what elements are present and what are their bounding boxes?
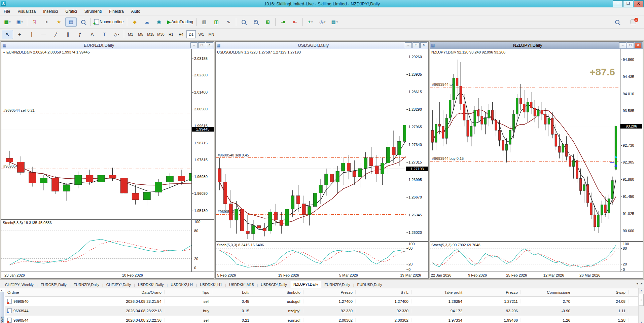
- price-chart-pane[interactable]: ▼EURNZD!,Daily 2.00264 2.00359 1.99374 1…: [1, 49, 192, 219]
- periods-button[interactable]: ◷▾: [317, 17, 328, 27]
- timeframe-d1[interactable]: D1: [186, 30, 196, 38]
- menu-item-file[interactable]: File: [0, 8, 14, 15]
- col-header-s-l[interactable]: S / L: [356, 290, 412, 294]
- col-header-tipo[interactable]: Tipo: [165, 290, 212, 294]
- chart-minimize-button[interactable]: –: [190, 42, 198, 48]
- chart-tab-eurnzd-daily[interactable]: EURNZD!,Daily: [71, 282, 102, 288]
- menu-item-visualizza[interactable]: Visualizza: [14, 8, 39, 15]
- templates-button[interactable]: ▦▾: [329, 17, 340, 27]
- price-chart-pane[interactable]: NZDJPY!,Daily 92.128 93.240 92.096 93.20…: [430, 49, 620, 241]
- market-watch-button[interactable]: ⇅: [29, 17, 40, 27]
- chart-maximize-button[interactable]: □: [627, 42, 634, 48]
- time-axis[interactable]: 23 Jan 202610 Feb 202626 Feb 202613 Mar …: [1, 272, 214, 278]
- chart-tab-usddkk-h1[interactable]: USDDKK!,H1: [197, 282, 225, 288]
- zoom-out-button[interactable]: –: [250, 17, 261, 27]
- tab-scroll-left-icon[interactable]: ◂: [636, 281, 638, 286]
- auto-scroll-button[interactable]: ⇥: [277, 17, 289, 27]
- terminal-side-tab[interactable]: inale: [0, 292, 4, 323]
- cursor-button[interactable]: ↖: [2, 30, 13, 39]
- fibonacci-button[interactable]: ƒ: [74, 30, 86, 39]
- order-row-9690544[interactable]: 96905442026.04.08 23:22:36sell0.21eurnzd…: [5, 316, 644, 323]
- scroll-up-icon[interactable]: ▲: [640, 288, 643, 293]
- new-chart-button[interactable]: ▦▾: [2, 17, 13, 27]
- strategy-tester-button[interactable]: [77, 17, 89, 27]
- stochastic-pane[interactable]: Stoch(5,3,3) 8.3415 16.6406: [216, 242, 406, 272]
- timeframe-m5[interactable]: M5: [136, 30, 145, 38]
- terminal-scrollbar[interactable]: ▲ ≡ ▼: [638, 288, 644, 323]
- community-button[interactable]: ☁: [141, 17, 152, 27]
- chart-window-titlebar[interactable]: ▦EURNZD!,Daily–□×: [1, 42, 214, 49]
- stochastic-pane[interactable]: Stoch(5,3,3) 90.7902 69.7048: [430, 242, 620, 272]
- arrows-button[interactable]: ◇▾: [111, 30, 122, 39]
- stochastic-canvas[interactable]: [1, 220, 192, 272]
- order-row-9693944[interactable]: 96939442026.04.08 23:22:13buy0.15nzdjpy!…: [5, 306, 644, 316]
- price-axis[interactable]: 1.292601.289351.286151.282901.279651.276…: [406, 49, 428, 241]
- chart-minimize-button[interactable]: –: [405, 42, 412, 48]
- scroll-down-icon[interactable]: ▼: [640, 320, 643, 323]
- minimize-button[interactable]: –: [613, 0, 623, 7]
- horizontal-line-button[interactable]: —: [38, 30, 49, 39]
- timeframe-m1[interactable]: M1: [126, 30, 135, 38]
- search-button[interactable]: [611, 17, 623, 27]
- candlestick-canvas[interactable]: #9693944 tp#9693944 buy 0.15+87.6: [430, 49, 620, 241]
- sounds-button[interactable]: ◉: [153, 17, 165, 27]
- metaeditor-button[interactable]: ◆: [129, 17, 140, 27]
- chart-tab-chfjpy-daily[interactable]: CHFJPY!,Daily: [103, 282, 134, 288]
- col-header-ordine[interactable]: Ordine: [5, 290, 73, 294]
- col-header-prezzo[interactable]: Prezzo: [465, 290, 521, 294]
- stochastic-pane[interactable]: Stoch(5,3,3) 18.3135 45.9556: [1, 220, 192, 272]
- menu-item-grafici[interactable]: Grafici: [62, 8, 81, 15]
- col-header-simbolo[interactable]: Simbolo: [252, 290, 303, 294]
- tile-windows-button[interactable]: ⊞: [262, 17, 274, 27]
- price-chart-pane[interactable]: USDSGD!,Daily 1.27223 1.27587 1.27129 1.…: [216, 49, 406, 241]
- ohlc-toggle-icon[interactable]: ▼: [3, 51, 5, 54]
- equidistant-channel-button[interactable]: ∥: [62, 30, 74, 39]
- time-axis[interactable]: 22 Jan 20269 Feb 202625 Feb 202612 Mar 2…: [430, 272, 643, 278]
- data-window-button[interactable]: ⌖: [41, 17, 52, 27]
- chart-close-button[interactable]: ×: [206, 42, 213, 48]
- col-header-prezzo[interactable]: Prezzo: [303, 290, 356, 294]
- chart-minimize-button[interactable]: –: [619, 42, 626, 48]
- chart-close-button[interactable]: ×: [420, 42, 427, 48]
- chart-tab-eurusd-daily[interactable]: EURUSD,Daily: [354, 282, 385, 288]
- time-axis[interactable]: 5 Feb 202619 Feb 20265 Mar 202619 Mar 20…: [216, 272, 428, 278]
- chart-line-button[interactable]: ∿: [223, 17, 234, 27]
- menu-item-inserisci[interactable]: Inserisci: [39, 8, 62, 15]
- text-button[interactable]: A: [86, 30, 98, 39]
- chart-tab-usdsgd-daily[interactable]: USDSGD!,Daily: [258, 282, 290, 288]
- price-axis[interactable]: 2.031852.023002.014002.005001.996151.987…: [192, 49, 214, 219]
- timeframe-m30[interactable]: M30: [156, 30, 166, 38]
- order-row-9690540[interactable]: 96905402026.04.08 23:21:54sell0.45usdsgd…: [5, 297, 644, 306]
- menu-item-strumenti[interactable]: Strumenti: [81, 8, 105, 15]
- chart-close-button[interactable]: ×: [635, 42, 642, 48]
- chart-candles-button[interactable]: ◫: [211, 17, 222, 27]
- chart-shift-button[interactable]: ⇤: [289, 17, 301, 27]
- vertical-line-button[interactable]: |: [26, 30, 37, 39]
- timeframe-h4[interactable]: H4: [176, 30, 186, 38]
- timeframe-mn[interactable]: MN: [207, 30, 216, 38]
- navigator-button[interactable]: ★: [53, 17, 65, 27]
- new-order-button[interactable]: Nuovo ordine: [93, 17, 125, 27]
- notifications-button[interactable]: 1: [628, 17, 639, 27]
- text-label-button[interactable]: T: [99, 30, 110, 39]
- col-header-take-profit[interactable]: Take profit: [412, 290, 465, 294]
- candlestick-canvas[interactable]: #9690540 sell 0.45#9690540 tp+18.9: [216, 49, 406, 241]
- col-header-swap[interactable]: Swap: [573, 290, 629, 294]
- chart-maximize-button[interactable]: □: [198, 42, 205, 48]
- chart-maximize-button[interactable]: □: [413, 42, 420, 48]
- chart-window-titlebar[interactable]: ▦USDSGD!,Daily–□×: [216, 42, 428, 49]
- zoom-in-button[interactable]: +: [238, 17, 249, 27]
- chart-tab-usddkk-daily[interactable]: USDDKK!,Daily: [135, 282, 167, 288]
- col-header-commissione[interactable]: Commissione: [521, 290, 573, 294]
- close-button[interactable]: X: [634, 0, 644, 7]
- restore-button[interactable]: ❐: [623, 0, 633, 7]
- chart-tab-usddkk-m15[interactable]: USDDKK!,M15: [226, 282, 257, 288]
- menu-item-aiuto[interactable]: Aiuto: [128, 8, 144, 15]
- chart-tab-eurgbp-daily[interactable]: EURGBP!,Daily: [38, 282, 70, 288]
- candlestick-canvas[interactable]: #9690544 sell 0.21#9690544 tp+83.6: [1, 49, 192, 219]
- tab-scroll-right-icon[interactable]: ▸: [641, 281, 643, 286]
- chart-tab-nzdjpy-daily[interactable]: NZDJPY!,Daily: [290, 281, 321, 288]
- timeframe-m15[interactable]: M15: [146, 30, 155, 38]
- col-header-data-orario[interactable]: Data/Orario: [73, 290, 165, 294]
- menu-item-finestra[interactable]: Finestra: [105, 8, 127, 15]
